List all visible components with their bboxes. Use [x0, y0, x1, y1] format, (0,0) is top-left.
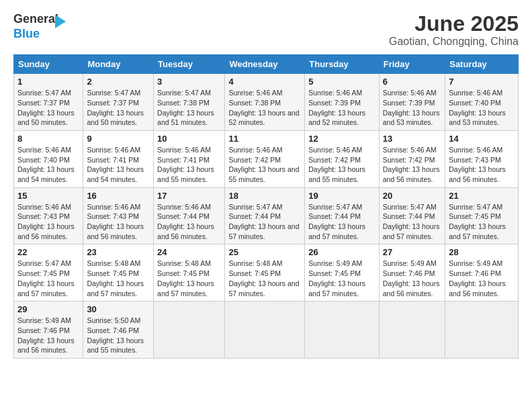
- day-info: Sunrise: 5:49 AM Sunset: 7:46 PM Dayligh…: [449, 259, 515, 298]
- day-number: 4: [228, 77, 301, 87]
- calendar-cell: 1 Sunrise: 5:47 AM Sunset: 7:37 PM Dayli…: [14, 74, 83, 131]
- day-number: 30: [87, 304, 150, 314]
- day-info: Sunrise: 5:47 AM Sunset: 7:45 PM Dayligh…: [449, 202, 515, 242]
- header-sunday: Sunday: [14, 55, 83, 74]
- day-info: Sunrise: 5:47 AM Sunset: 7:37 PM Dayligh…: [87, 88, 150, 128]
- day-number: 20: [383, 191, 441, 201]
- day-info: Sunrise: 5:46 AM Sunset: 7:43 PM Dayligh…: [87, 202, 150, 242]
- calendar-cell: 15 Sunrise: 5:46 AM Sunset: 7:43 PM Dayl…: [14, 187, 83, 244]
- day-number: 16: [87, 191, 150, 201]
- day-info: Sunrise: 5:48 AM Sunset: 7:45 PM Dayligh…: [157, 259, 221, 298]
- calendar-cell: 20 Sunrise: 5:47 AM Sunset: 7:44 PM Dayl…: [379, 187, 445, 244]
- day-info: Sunrise: 5:48 AM Sunset: 7:45 PM Dayligh…: [228, 259, 301, 298]
- day-info: Sunrise: 5:46 AM Sunset: 7:43 PM Dayligh…: [449, 145, 515, 185]
- day-number: 24: [157, 247, 221, 257]
- day-number: 21: [449, 191, 515, 201]
- logo-arrow-icon: [55, 15, 66, 28]
- day-number: 22: [17, 247, 79, 257]
- calendar-cell: 18 Sunrise: 5:47 AM Sunset: 7:44 PM Dayl…: [225, 187, 305, 244]
- calendar-cell: 9 Sunrise: 5:46 AM Sunset: 7:41 PM Dayli…: [83, 130, 154, 187]
- calendar-cell: 4 Sunrise: 5:46 AM Sunset: 7:38 PM Dayli…: [225, 74, 305, 131]
- calendar-week-row: 8 Sunrise: 5:46 AM Sunset: 7:40 PM Dayli…: [14, 130, 519, 187]
- day-info: Sunrise: 5:47 AM Sunset: 7:44 PM Dayligh…: [228, 202, 301, 242]
- day-info: Sunrise: 5:47 AM Sunset: 7:37 PM Dayligh…: [17, 88, 79, 128]
- header-thursday: Thursday: [305, 55, 380, 74]
- day-info: Sunrise: 5:47 AM Sunset: 7:45 PM Dayligh…: [17, 259, 79, 298]
- day-info: Sunrise: 5:46 AM Sunset: 7:40 PM Dayligh…: [17, 145, 79, 185]
- calendar-cell: 19 Sunrise: 5:47 AM Sunset: 7:44 PM Dayl…: [305, 187, 380, 244]
- day-info: Sunrise: 5:46 AM Sunset: 7:39 PM Dayligh…: [383, 88, 441, 128]
- day-info: Sunrise: 5:46 AM Sunset: 7:40 PM Dayligh…: [449, 88, 515, 128]
- calendar-cell: 8 Sunrise: 5:46 AM Sunset: 7:40 PM Dayli…: [14, 130, 83, 187]
- day-number: 12: [308, 134, 375, 144]
- calendar-cell: [445, 302, 519, 359]
- calendar-cell: 24 Sunrise: 5:48 AM Sunset: 7:45 PM Dayl…: [154, 244, 225, 302]
- calendar-week-row: 29 Sunrise: 5:49 AM Sunset: 7:46 PM Dayl…: [14, 302, 519, 359]
- day-number: 13: [383, 134, 441, 144]
- day-info: Sunrise: 5:49 AM Sunset: 7:46 PM Dayligh…: [383, 259, 441, 298]
- day-number: 14: [449, 134, 515, 144]
- calendar-cell: 6 Sunrise: 5:46 AM Sunset: 7:39 PM Dayli…: [379, 74, 445, 131]
- day-number: 27: [383, 247, 441, 257]
- day-info: Sunrise: 5:47 AM Sunset: 7:44 PM Dayligh…: [308, 202, 375, 242]
- calendar-header-row: Sunday Monday Tuesday Wednesday Thursday…: [14, 55, 519, 74]
- day-number: 18: [228, 191, 301, 201]
- calendar-cell: 2 Sunrise: 5:47 AM Sunset: 7:37 PM Dayli…: [83, 74, 154, 131]
- day-info: Sunrise: 5:46 AM Sunset: 7:41 PM Dayligh…: [87, 145, 150, 185]
- page-header: General Blue June 2025 Gaotian, Chongqin…: [13, 12, 519, 48]
- header-monday: Monday: [83, 55, 154, 74]
- header-tuesday: Tuesday: [154, 55, 225, 74]
- calendar-cell: 12 Sunrise: 5:46 AM Sunset: 7:42 PM Dayl…: [305, 130, 380, 187]
- calendar-cell: 25 Sunrise: 5:48 AM Sunset: 7:45 PM Dayl…: [225, 244, 305, 302]
- calendar-cell: 7 Sunrise: 5:46 AM Sunset: 7:40 PM Dayli…: [445, 74, 519, 131]
- calendar-table: Sunday Monday Tuesday Wednesday Thursday…: [13, 54, 519, 359]
- calendar-week-row: 22 Sunrise: 5:47 AM Sunset: 7:45 PM Dayl…: [14, 244, 519, 302]
- day-info: Sunrise: 5:48 AM Sunset: 7:45 PM Dayligh…: [87, 259, 150, 298]
- day-number: 28: [449, 247, 515, 257]
- calendar-cell: 17 Sunrise: 5:46 AM Sunset: 7:44 PM Dayl…: [154, 187, 225, 244]
- calendar-cell: 30 Sunrise: 5:50 AM Sunset: 7:46 PM Dayl…: [83, 302, 154, 359]
- day-info: Sunrise: 5:46 AM Sunset: 7:42 PM Dayligh…: [308, 145, 375, 185]
- calendar-cell: [225, 302, 305, 359]
- calendar-week-row: 15 Sunrise: 5:46 AM Sunset: 7:43 PM Dayl…: [14, 187, 519, 244]
- calendar-cell: 14 Sunrise: 5:46 AM Sunset: 7:43 PM Dayl…: [445, 130, 519, 187]
- logo: General Blue: [13, 12, 74, 46]
- day-info: Sunrise: 5:46 AM Sunset: 7:44 PM Dayligh…: [157, 202, 221, 242]
- calendar-month-year: June 2025: [389, 12, 519, 36]
- calendar-cell: 11 Sunrise: 5:46 AM Sunset: 7:42 PM Dayl…: [225, 130, 305, 187]
- day-info: Sunrise: 5:49 AM Sunset: 7:45 PM Dayligh…: [308, 259, 375, 298]
- day-number: 26: [308, 247, 375, 257]
- day-number: 8: [17, 134, 79, 144]
- day-info: Sunrise: 5:46 AM Sunset: 7:38 PM Dayligh…: [228, 88, 301, 128]
- day-info: Sunrise: 5:50 AM Sunset: 7:46 PM Dayligh…: [87, 316, 150, 355]
- day-number: 10: [157, 134, 221, 144]
- day-info: Sunrise: 5:49 AM Sunset: 7:46 PM Dayligh…: [17, 316, 79, 355]
- day-info: Sunrise: 5:47 AM Sunset: 7:44 PM Dayligh…: [383, 202, 441, 242]
- calendar-cell: 10 Sunrise: 5:46 AM Sunset: 7:41 PM Dayl…: [154, 130, 225, 187]
- day-number: 3: [157, 77, 221, 87]
- day-info: Sunrise: 5:47 AM Sunset: 7:38 PM Dayligh…: [157, 88, 221, 128]
- day-info: Sunrise: 5:46 AM Sunset: 7:43 PM Dayligh…: [17, 202, 79, 242]
- day-number: 9: [87, 134, 150, 144]
- header-wednesday: Wednesday: [225, 55, 305, 74]
- calendar-cell: [305, 302, 380, 359]
- calendar-week-row: 1 Sunrise: 5:47 AM Sunset: 7:37 PM Dayli…: [14, 74, 519, 131]
- header-friday: Friday: [379, 55, 445, 74]
- calendar-cell: [379, 302, 445, 359]
- day-number: 5: [308, 77, 375, 87]
- logo-general: General: [13, 12, 58, 26]
- calendar-cell: [154, 302, 225, 359]
- calendar-cell: 21 Sunrise: 5:47 AM Sunset: 7:45 PM Dayl…: [445, 187, 519, 244]
- calendar-cell: 13 Sunrise: 5:46 AM Sunset: 7:42 PM Dayl…: [379, 130, 445, 187]
- day-number: 25: [228, 247, 301, 257]
- calendar-title-area: June 2025 Gaotian, Chongqing, China: [389, 12, 519, 48]
- day-number: 23: [87, 247, 150, 257]
- calendar-cell: 23 Sunrise: 5:48 AM Sunset: 7:45 PM Dayl…: [83, 244, 154, 302]
- calendar-cell: 27 Sunrise: 5:49 AM Sunset: 7:46 PM Dayl…: [379, 244, 445, 302]
- day-info: Sunrise: 5:46 AM Sunset: 7:42 PM Dayligh…: [228, 145, 301, 185]
- day-number: 7: [449, 77, 515, 87]
- calendar-cell: 16 Sunrise: 5:46 AM Sunset: 7:43 PM Dayl…: [83, 187, 154, 244]
- logo-blue: Blue: [13, 27, 40, 40]
- calendar-location: Gaotian, Chongqing, China: [389, 36, 519, 48]
- day-info: Sunrise: 5:46 AM Sunset: 7:41 PM Dayligh…: [157, 145, 221, 185]
